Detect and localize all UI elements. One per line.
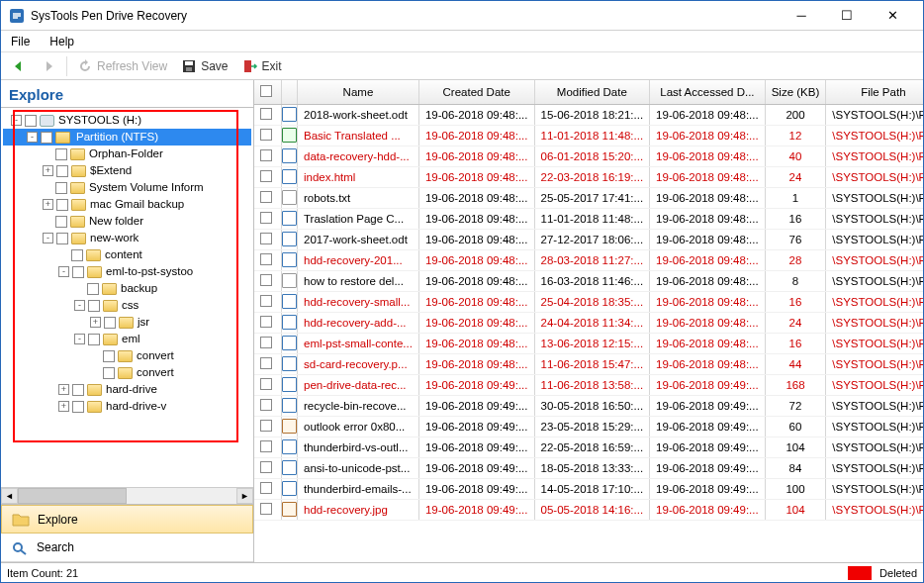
col-path-header[interactable]: File Path xyxy=(826,80,923,104)
table-row[interactable]: recycle-bin-recove...19-06-2018 09:49:..… xyxy=(254,395,923,416)
table-row[interactable]: outlook error 0x80...19-06-2018 09:49:..… xyxy=(254,416,923,437)
row-checkbox[interactable] xyxy=(260,420,272,432)
table-row[interactable]: thunderbird-emails-...19-06-2018 09:49:.… xyxy=(254,478,923,499)
table-row[interactable]: how to restore del...19-06-2018 09:48:..… xyxy=(254,270,923,291)
tree-node[interactable]: +hard-drive-v xyxy=(3,398,251,415)
expand-toggle[interactable]: - xyxy=(27,132,38,143)
tree-node[interactable]: +hard-drive xyxy=(3,381,251,398)
expand-toggle[interactable]: - xyxy=(43,233,53,243)
folder-tree[interactable]: -SYSTOOLS (H:)-Partition (NTFS)Orphan-Fo… xyxy=(1,108,253,419)
minimize-button[interactable]: ─ xyxy=(779,1,824,31)
row-checkbox[interactable] xyxy=(260,149,272,161)
tree-checkbox[interactable] xyxy=(55,182,67,194)
tree-checkbox[interactable] xyxy=(103,350,115,362)
scroll-left-button[interactable]: ◄ xyxy=(1,488,18,504)
row-checkbox[interactable] xyxy=(260,274,272,286)
scroll-right-button[interactable]: ► xyxy=(236,488,253,504)
row-checkbox[interactable] xyxy=(260,316,272,328)
row-checkbox[interactable] xyxy=(260,378,272,390)
table-row[interactable]: hdd-recovery-add-...19-06-2018 09:48:...… xyxy=(254,312,923,333)
row-checkbox[interactable] xyxy=(260,399,272,411)
row-checkbox[interactable] xyxy=(260,337,272,348)
tree-checkbox[interactable] xyxy=(72,384,84,396)
tree-node[interactable]: -eml-to-pst-systoo xyxy=(3,263,251,280)
tree-checkbox[interactable] xyxy=(71,249,83,261)
expand-toggle[interactable]: + xyxy=(43,199,53,210)
col-size-header[interactable]: Size (KB) xyxy=(765,80,826,104)
tree-checkbox[interactable] xyxy=(56,199,68,211)
row-checkbox[interactable] xyxy=(260,440,272,452)
row-checkbox[interactable] xyxy=(260,253,272,265)
row-checkbox[interactable] xyxy=(260,503,272,515)
table-row[interactable]: index.html19-06-2018 09:48:...22-03-2018… xyxy=(254,166,923,187)
table-row[interactable]: thunderbird-vs-outl...19-06-2018 09:49:.… xyxy=(254,437,923,457)
expand-toggle[interactable]: + xyxy=(90,317,101,328)
tree-node[interactable]: +jsr xyxy=(3,314,251,331)
expand-toggle[interactable]: - xyxy=(58,266,69,277)
table-row[interactable]: robots.txt19-06-2018 09:48:...25-05-2017… xyxy=(254,187,923,208)
table-row[interactable]: Basic Translated ...19-06-2018 09:48:...… xyxy=(254,125,923,146)
col-name-header[interactable]: Name xyxy=(298,80,419,104)
table-row[interactable]: hdd-recovery-small...19-06-2018 09:48:..… xyxy=(254,291,923,312)
tree-checkbox[interactable] xyxy=(56,233,68,244)
tab-search[interactable]: Search xyxy=(1,534,253,562)
tree-checkbox[interactable] xyxy=(56,165,68,177)
tree-checkbox[interactable] xyxy=(41,132,52,144)
tree-checkbox[interactable] xyxy=(87,283,99,295)
tree-checkbox[interactable] xyxy=(55,148,67,160)
menu-file[interactable]: File xyxy=(11,35,30,49)
row-checkbox[interactable] xyxy=(260,295,272,307)
tree-checkbox[interactable] xyxy=(72,401,84,413)
table-row[interactable]: hdd-recovery-201...19-06-2018 09:48:...2… xyxy=(254,249,923,270)
tree-node[interactable]: +mac Gmail backup xyxy=(3,196,251,213)
tree-node[interactable]: +$Extend xyxy=(3,162,251,179)
table-row[interactable]: hdd-recovery.jpg19-06-2018 09:49:...05-0… xyxy=(254,499,923,520)
tab-explore[interactable]: Explore xyxy=(1,505,253,534)
tree-checkbox[interactable] xyxy=(55,216,67,228)
table-row[interactable]: 2017-work-sheet.odt19-06-2018 09:48:...2… xyxy=(254,229,923,249)
row-checkbox[interactable] xyxy=(260,212,272,224)
tree-node[interactable]: Orphan-Folder xyxy=(3,146,251,162)
row-checkbox[interactable] xyxy=(260,357,272,369)
row-checkbox[interactable] xyxy=(260,108,272,120)
nav-back-button[interactable] xyxy=(7,56,31,76)
table-row[interactable]: 2018-work-sheet.odt19-06-2018 09:48:...1… xyxy=(254,104,923,125)
tree-checkbox[interactable] xyxy=(88,334,100,345)
tree-checkbox[interactable] xyxy=(25,115,37,127)
tree-checkbox[interactable] xyxy=(104,317,116,329)
expand-toggle[interactable]: + xyxy=(43,165,53,176)
expand-toggle[interactable]: + xyxy=(58,401,69,412)
table-row[interactable]: sd-card-recovery.p...19-06-2018 09:48:..… xyxy=(254,353,923,374)
tree-checkbox[interactable] xyxy=(72,266,84,278)
tree-node[interactable]: content xyxy=(3,246,251,263)
col-created-header[interactable]: Created Date xyxy=(418,80,534,104)
tree-node[interactable]: backup xyxy=(3,280,251,297)
maximize-button[interactable]: ☐ xyxy=(824,1,870,31)
scroll-thumb[interactable] xyxy=(18,488,127,504)
table-row[interactable]: Traslation Page C...19-06-2018 09:48:...… xyxy=(254,208,923,229)
expand-toggle[interactable]: - xyxy=(74,300,85,311)
expand-toggle[interactable]: + xyxy=(58,384,69,395)
tree-node[interactable]: -SYSTOOLS (H:) xyxy=(3,112,251,129)
table-row[interactable]: pen-drive-data-rec...19-06-2018 09:49:..… xyxy=(254,374,923,395)
tree-checkbox[interactable] xyxy=(103,367,115,379)
tree-horizontal-scrollbar[interactable]: ◄ ► xyxy=(1,487,253,504)
scroll-track[interactable] xyxy=(18,488,236,504)
expand-toggle[interactable]: - xyxy=(11,115,22,126)
tree-checkbox[interactable] xyxy=(88,300,100,312)
file-grid[interactable]: Name Created Date Modified Date Last Acc… xyxy=(254,80,923,562)
tree-node[interactable]: -Partition (NTFS) xyxy=(3,129,251,146)
row-checkbox[interactable] xyxy=(260,461,272,473)
row-checkbox[interactable] xyxy=(260,191,272,203)
tree-node[interactable]: -css xyxy=(3,297,251,314)
row-checkbox[interactable] xyxy=(260,482,272,494)
tree-node[interactable]: convert xyxy=(3,364,251,381)
menu-help[interactable]: Help xyxy=(49,35,74,49)
tree-node[interactable]: -eml xyxy=(3,331,251,347)
nav-forward-button[interactable] xyxy=(37,56,60,76)
table-row[interactable]: eml-pst-small-conte...19-06-2018 09:48:.… xyxy=(254,333,923,353)
row-checkbox[interactable] xyxy=(260,129,272,141)
tree-node[interactable]: convert xyxy=(3,347,251,364)
col-accessed-header[interactable]: Last Accessed D... xyxy=(650,80,766,104)
col-icon-header[interactable] xyxy=(282,80,298,104)
